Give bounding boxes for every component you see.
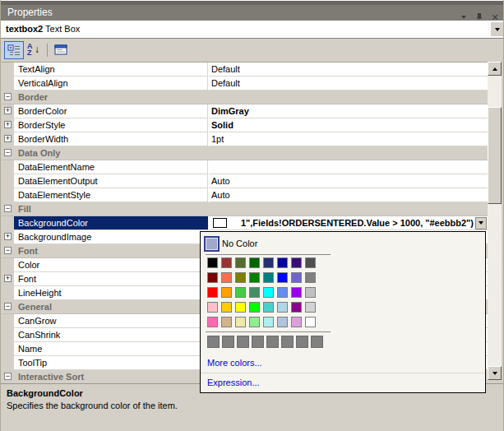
property-row[interactable]: VerticalAlignDefault	[2, 76, 488, 90]
property-name[interactable]: TextAlign	[14, 63, 208, 76]
color-swatch[interactable]	[235, 302, 246, 313]
custom-color-swatch[interactable]	[222, 336, 234, 348]
property-row[interactable]: BackgroundColor1",Fields!ORDERSENTERED.V…	[2, 216, 488, 230]
expression-link[interactable]: Expression...	[207, 377, 260, 388]
property-pages-button[interactable]	[51, 41, 71, 59]
property-name[interactable]: DataElementName	[14, 160, 208, 174]
color-swatch[interactable]	[277, 302, 288, 313]
color-swatch[interactable]	[277, 287, 288, 298]
no-color-swatch[interactable]	[204, 236, 220, 252]
color-swatch[interactable]	[249, 317, 260, 327]
custom-color-swatch[interactable]	[311, 336, 323, 348]
property-value[interactable]: Auto	[209, 174, 488, 188]
expand-icon[interactable]: +	[4, 107, 12, 114]
color-swatch[interactable]	[277, 257, 288, 268]
color-swatch[interactable]	[305, 287, 316, 298]
collapse-icon[interactable]: −	[4, 247, 12, 254]
color-swatch[interactable]	[305, 302, 316, 313]
color-swatch[interactable]	[263, 272, 274, 283]
collapse-icon[interactable]: −	[4, 303, 12, 310]
property-name[interactable]: Font	[14, 272, 208, 286]
object-selector[interactable]: textbox2 Text Box	[1, 20, 504, 39]
color-swatch[interactable]	[207, 317, 218, 327]
category-row[interactable]: −Fill	[2, 202, 488, 216]
color-swatch[interactable]	[235, 272, 246, 283]
scrollbar-track[interactable]	[488, 62, 502, 380]
color-swatch[interactable]	[305, 272, 316, 283]
color-swatch[interactable]	[291, 287, 302, 298]
scrollbar-thumb[interactable]	[488, 107, 502, 204]
color-swatch[interactable]	[249, 302, 260, 313]
categorized-button[interactable]	[4, 41, 24, 59]
property-name[interactable]: BorderWidth	[14, 132, 208, 146]
color-swatch[interactable]	[249, 257, 260, 268]
property-row[interactable]: DataElementStyleAuto	[2, 188, 488, 202]
collapse-icon[interactable]: −	[4, 205, 12, 212]
color-swatch[interactable]	[235, 257, 246, 268]
title-bar[interactable]: Properties ✕	[1, 5, 504, 20]
object-selector-dropdown-button[interactable]	[491, 22, 503, 36]
alphabetical-sort-button[interactable]: A Z ↓	[24, 41, 44, 59]
property-value[interactable]: DimGray	[209, 104, 488, 118]
property-name[interactable]: BackgroundColor	[14, 216, 208, 230]
value-dropdown-button[interactable]	[475, 217, 487, 229]
property-name[interactable]: DataElementStyle	[14, 188, 208, 202]
custom-color-swatch[interactable]	[207, 336, 220, 348]
property-name[interactable]: CanShrink	[14, 328, 208, 342]
color-swatch[interactable]	[277, 317, 288, 327]
more-colors-link[interactable]: More colors...	[207, 357, 262, 368]
expand-icon[interactable]: +	[4, 135, 12, 142]
color-swatch[interactable]	[221, 272, 232, 283]
property-value[interactable]: 1",Fields!ORDERSENTERED.Value > 1000, "#…	[209, 216, 488, 230]
color-swatch[interactable]	[221, 317, 232, 327]
property-row[interactable]: TextAlignDefault	[2, 63, 488, 76]
color-swatch[interactable]	[263, 257, 274, 268]
color-swatch[interactable]	[207, 302, 218, 313]
custom-color-swatch[interactable]	[237, 336, 249, 348]
custom-color-swatch[interactable]	[296, 336, 308, 348]
scrollbar-down-button[interactable]	[488, 366, 502, 380]
property-name[interactable]: DataElementOutput	[14, 174, 208, 188]
color-swatch[interactable]	[249, 287, 260, 298]
color-swatch[interactable]	[263, 287, 274, 298]
custom-color-swatch[interactable]	[266, 336, 279, 348]
color-swatch[interactable]	[207, 257, 218, 268]
property-row[interactable]: +BorderColorDimGray	[2, 104, 488, 118]
property-value[interactable]: Default	[209, 63, 488, 76]
collapse-icon[interactable]: −	[4, 373, 12, 380]
color-swatch[interactable]	[221, 287, 232, 298]
property-row[interactable]: +BorderStyleSolid	[2, 118, 488, 132]
property-name[interactable]: BorderStyle	[14, 118, 208, 132]
property-name[interactable]: LineHeight	[14, 286, 208, 300]
color-swatch[interactable]	[263, 317, 274, 327]
color-swatch[interactable]	[249, 272, 260, 283]
property-row[interactable]: +BorderWidth1pt	[2, 132, 488, 146]
color-swatch[interactable]	[207, 287, 218, 298]
property-name[interactable]: Color	[14, 258, 208, 272]
color-swatch[interactable]	[221, 257, 232, 268]
color-swatch[interactable]	[291, 302, 302, 313]
color-swatch[interactable]	[291, 257, 302, 268]
custom-color-swatch[interactable]	[281, 336, 294, 348]
property-name[interactable]: BorderColor	[14, 104, 208, 118]
property-name[interactable]: VerticalAlign	[14, 76, 208, 90]
property-row[interactable]: DataElementName	[2, 160, 488, 174]
property-value[interactable]: Default	[209, 76, 488, 90]
category-row[interactable]: −Border	[2, 90, 488, 104]
property-name[interactable]: Name	[14, 342, 208, 356]
property-name[interactable]: BackgroundImage	[14, 230, 208, 244]
collapse-icon[interactable]: −	[4, 93, 12, 100]
collapse-icon[interactable]: −	[4, 149, 12, 156]
color-swatch[interactable]	[235, 317, 246, 327]
no-color-item[interactable]: No Color	[204, 234, 257, 253]
property-name[interactable]: CanGrow	[14, 314, 208, 328]
expand-icon[interactable]: +	[4, 121, 12, 128]
property-value[interactable]: 1pt	[209, 132, 488, 146]
property-value[interactable]	[209, 160, 488, 174]
property-value[interactable]: Auto	[209, 188, 488, 202]
color-swatch[interactable]	[305, 317, 316, 327]
color-swatch[interactable]	[263, 302, 274, 313]
color-swatch[interactable]	[207, 272, 218, 283]
color-swatch[interactable]	[221, 302, 232, 313]
color-swatch[interactable]	[291, 272, 302, 283]
